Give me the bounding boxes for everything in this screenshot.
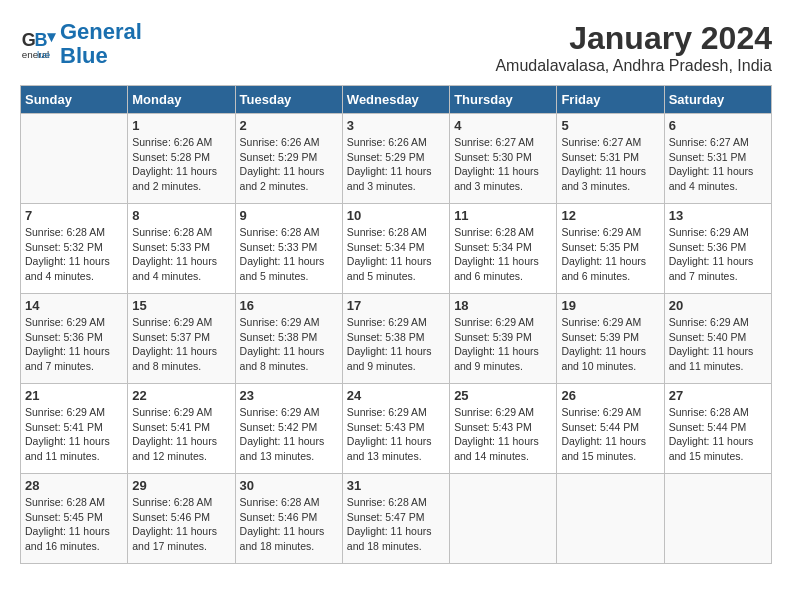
calendar-cell: 31Sunrise: 6:28 AM Sunset: 5:47 PM Dayli…	[342, 474, 449, 564]
calendar-cell: 30Sunrise: 6:28 AM Sunset: 5:46 PM Dayli…	[235, 474, 342, 564]
calendar-cell: 4Sunrise: 6:27 AM Sunset: 5:30 PM Daylig…	[450, 114, 557, 204]
calendar-cell: 1Sunrise: 6:26 AM Sunset: 5:28 PM Daylig…	[128, 114, 235, 204]
day-info: Sunrise: 6:28 AM Sunset: 5:47 PM Dayligh…	[347, 495, 445, 554]
day-header-wednesday: Wednesday	[342, 86, 449, 114]
day-info: Sunrise: 6:26 AM Sunset: 5:29 PM Dayligh…	[240, 135, 338, 194]
calendar-cell: 16Sunrise: 6:29 AM Sunset: 5:38 PM Dayli…	[235, 294, 342, 384]
day-number: 11	[454, 208, 552, 223]
calendar-cell: 12Sunrise: 6:29 AM Sunset: 5:35 PM Dayli…	[557, 204, 664, 294]
svg-text:B: B	[34, 30, 47, 50]
calendar-cell: 3Sunrise: 6:26 AM Sunset: 5:29 PM Daylig…	[342, 114, 449, 204]
calendar-week-3: 14Sunrise: 6:29 AM Sunset: 5:36 PM Dayli…	[21, 294, 772, 384]
day-header-sunday: Sunday	[21, 86, 128, 114]
calendar-cell: 29Sunrise: 6:28 AM Sunset: 5:46 PM Dayli…	[128, 474, 235, 564]
day-header-saturday: Saturday	[664, 86, 771, 114]
day-number: 9	[240, 208, 338, 223]
day-info: Sunrise: 6:28 AM Sunset: 5:33 PM Dayligh…	[240, 225, 338, 284]
calendar-cell: 14Sunrise: 6:29 AM Sunset: 5:36 PM Dayli…	[21, 294, 128, 384]
day-info: Sunrise: 6:29 AM Sunset: 5:36 PM Dayligh…	[25, 315, 123, 374]
logo-line1: General	[60, 19, 142, 44]
svg-text:lue: lue	[37, 50, 51, 61]
calendar-cell: 17Sunrise: 6:29 AM Sunset: 5:38 PM Dayli…	[342, 294, 449, 384]
calendar-cell: 25Sunrise: 6:29 AM Sunset: 5:43 PM Dayli…	[450, 384, 557, 474]
day-info: Sunrise: 6:28 AM Sunset: 5:33 PM Dayligh…	[132, 225, 230, 284]
calendar-week-4: 21Sunrise: 6:29 AM Sunset: 5:41 PM Dayli…	[21, 384, 772, 474]
day-info: Sunrise: 6:28 AM Sunset: 5:32 PM Dayligh…	[25, 225, 123, 284]
calendar-cell: 6Sunrise: 6:27 AM Sunset: 5:31 PM Daylig…	[664, 114, 771, 204]
day-info: Sunrise: 6:29 AM Sunset: 5:44 PM Dayligh…	[561, 405, 659, 464]
day-info: Sunrise: 6:29 AM Sunset: 5:40 PM Dayligh…	[669, 315, 767, 374]
calendar-cell	[664, 474, 771, 564]
day-number: 6	[669, 118, 767, 133]
day-number: 29	[132, 478, 230, 493]
calendar-cell: 22Sunrise: 6:29 AM Sunset: 5:41 PM Dayli…	[128, 384, 235, 474]
day-number: 24	[347, 388, 445, 403]
day-number: 5	[561, 118, 659, 133]
calendar-cell: 27Sunrise: 6:28 AM Sunset: 5:44 PM Dayli…	[664, 384, 771, 474]
day-info: Sunrise: 6:29 AM Sunset: 5:35 PM Dayligh…	[561, 225, 659, 284]
day-info: Sunrise: 6:29 AM Sunset: 5:41 PM Dayligh…	[132, 405, 230, 464]
page-header: G B eneral lue General Blue January 2024…	[20, 20, 772, 75]
day-number: 8	[132, 208, 230, 223]
calendar-cell: 26Sunrise: 6:29 AM Sunset: 5:44 PM Dayli…	[557, 384, 664, 474]
calendar-cell: 20Sunrise: 6:29 AM Sunset: 5:40 PM Dayli…	[664, 294, 771, 384]
day-number: 17	[347, 298, 445, 313]
calendar-cell: 21Sunrise: 6:29 AM Sunset: 5:41 PM Dayli…	[21, 384, 128, 474]
day-info: Sunrise: 6:27 AM Sunset: 5:31 PM Dayligh…	[561, 135, 659, 194]
calendar-cell	[557, 474, 664, 564]
calendar-cell: 9Sunrise: 6:28 AM Sunset: 5:33 PM Daylig…	[235, 204, 342, 294]
day-header-monday: Monday	[128, 86, 235, 114]
day-number: 7	[25, 208, 123, 223]
day-info: Sunrise: 6:29 AM Sunset: 5:38 PM Dayligh…	[347, 315, 445, 374]
calendar-cell: 28Sunrise: 6:28 AM Sunset: 5:45 PM Dayli…	[21, 474, 128, 564]
logo-text: General Blue	[60, 20, 142, 68]
calendar-subtitle: Amudalavalasa, Andhra Pradesh, India	[495, 57, 772, 75]
day-info: Sunrise: 6:29 AM Sunset: 5:41 PM Dayligh…	[25, 405, 123, 464]
calendar-cell: 11Sunrise: 6:28 AM Sunset: 5:34 PM Dayli…	[450, 204, 557, 294]
day-number: 10	[347, 208, 445, 223]
calendar-header-row: SundayMondayTuesdayWednesdayThursdayFrid…	[21, 86, 772, 114]
day-number: 30	[240, 478, 338, 493]
day-number: 3	[347, 118, 445, 133]
day-info: Sunrise: 6:29 AM Sunset: 5:39 PM Dayligh…	[454, 315, 552, 374]
day-info: Sunrise: 6:28 AM Sunset: 5:34 PM Dayligh…	[347, 225, 445, 284]
day-number: 31	[347, 478, 445, 493]
calendar-cell: 18Sunrise: 6:29 AM Sunset: 5:39 PM Dayli…	[450, 294, 557, 384]
day-info: Sunrise: 6:29 AM Sunset: 5:42 PM Dayligh…	[240, 405, 338, 464]
day-info: Sunrise: 6:28 AM Sunset: 5:45 PM Dayligh…	[25, 495, 123, 554]
day-header-tuesday: Tuesday	[235, 86, 342, 114]
calendar-cell: 19Sunrise: 6:29 AM Sunset: 5:39 PM Dayli…	[557, 294, 664, 384]
calendar-cell: 7Sunrise: 6:28 AM Sunset: 5:32 PM Daylig…	[21, 204, 128, 294]
day-number: 1	[132, 118, 230, 133]
calendar-week-5: 28Sunrise: 6:28 AM Sunset: 5:45 PM Dayli…	[21, 474, 772, 564]
day-number: 4	[454, 118, 552, 133]
day-info: Sunrise: 6:27 AM Sunset: 5:30 PM Dayligh…	[454, 135, 552, 194]
day-number: 14	[25, 298, 123, 313]
day-info: Sunrise: 6:27 AM Sunset: 5:31 PM Dayligh…	[669, 135, 767, 194]
day-info: Sunrise: 6:29 AM Sunset: 5:43 PM Dayligh…	[347, 405, 445, 464]
day-info: Sunrise: 6:29 AM Sunset: 5:37 PM Dayligh…	[132, 315, 230, 374]
day-info: Sunrise: 6:26 AM Sunset: 5:29 PM Dayligh…	[347, 135, 445, 194]
calendar-table: SundayMondayTuesdayWednesdayThursdayFrid…	[20, 85, 772, 564]
calendar-cell: 24Sunrise: 6:29 AM Sunset: 5:43 PM Dayli…	[342, 384, 449, 474]
day-number: 26	[561, 388, 659, 403]
logo-line2: Blue	[60, 43, 108, 68]
day-number: 19	[561, 298, 659, 313]
calendar-cell: 5Sunrise: 6:27 AM Sunset: 5:31 PM Daylig…	[557, 114, 664, 204]
calendar-cell: 8Sunrise: 6:28 AM Sunset: 5:33 PM Daylig…	[128, 204, 235, 294]
calendar-cell	[450, 474, 557, 564]
calendar-cell: 15Sunrise: 6:29 AM Sunset: 5:37 PM Dayli…	[128, 294, 235, 384]
calendar-week-2: 7Sunrise: 6:28 AM Sunset: 5:32 PM Daylig…	[21, 204, 772, 294]
day-info: Sunrise: 6:28 AM Sunset: 5:46 PM Dayligh…	[132, 495, 230, 554]
svg-marker-2	[47, 33, 56, 42]
day-number: 25	[454, 388, 552, 403]
calendar-cell: 10Sunrise: 6:28 AM Sunset: 5:34 PM Dayli…	[342, 204, 449, 294]
title-block: January 2024 Amudalavalasa, Andhra Prade…	[495, 20, 772, 75]
day-info: Sunrise: 6:29 AM Sunset: 5:39 PM Dayligh…	[561, 315, 659, 374]
day-number: 12	[561, 208, 659, 223]
day-number: 21	[25, 388, 123, 403]
day-number: 2	[240, 118, 338, 133]
logo-icon: G B eneral lue	[20, 26, 56, 62]
day-info: Sunrise: 6:26 AM Sunset: 5:28 PM Dayligh…	[132, 135, 230, 194]
calendar-cell: 13Sunrise: 6:29 AM Sunset: 5:36 PM Dayli…	[664, 204, 771, 294]
